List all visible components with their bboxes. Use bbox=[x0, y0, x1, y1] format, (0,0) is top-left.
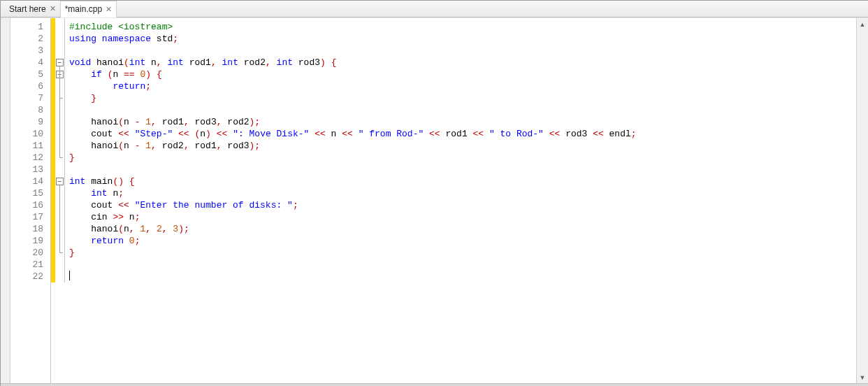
code-line[interactable]: #include <iostream> bbox=[69, 21, 868, 33]
fold-toggle-icon[interactable]: − bbox=[56, 178, 64, 185]
line-number: 10 bbox=[10, 128, 50, 140]
code-line[interactable]: using namespace std; bbox=[69, 33, 868, 45]
editor-left-margin bbox=[1, 18, 10, 383]
line-number: 15 bbox=[10, 187, 50, 199]
code-line[interactable] bbox=[69, 164, 868, 176]
line-number: 21 bbox=[10, 259, 50, 271]
code-editor[interactable]: #include <iostream>using namespace std;v… bbox=[65, 18, 868, 383]
text-cursor bbox=[69, 271, 70, 280]
tab-label: Start here bbox=[9, 4, 46, 14]
code-line[interactable]: return 0; bbox=[69, 235, 868, 247]
tab-label: *main.cpp bbox=[65, 4, 102, 14]
line-number: 12 bbox=[10, 152, 50, 164]
line-number: 11 bbox=[10, 140, 50, 152]
line-number: 5 bbox=[10, 69, 50, 80]
code-line[interactable] bbox=[69, 259, 868, 271]
code-line[interactable]: cout << "Step-" << (n) << ": Move Disk-"… bbox=[69, 128, 868, 140]
fold-toggle-icon[interactable]: − bbox=[56, 59, 64, 66]
line-number: 8 bbox=[10, 104, 50, 116]
code-line[interactable] bbox=[69, 104, 868, 116]
tab-start-here[interactable]: Start here ✕ bbox=[5, 1, 61, 17]
code-line[interactable]: cin >> n; bbox=[69, 211, 868, 223]
code-line[interactable]: return; bbox=[69, 80, 868, 92]
vertical-scrollbar[interactable]: ▲ ▼ bbox=[856, 18, 868, 383]
line-number: 9 bbox=[10, 116, 50, 128]
editor-area: 12345678910111213141516171819202122 −−− … bbox=[1, 17, 868, 383]
close-icon[interactable]: ✕ bbox=[106, 6, 112, 13]
code-line[interactable]: } bbox=[69, 92, 868, 104]
line-number: 14 bbox=[10, 176, 50, 187]
fold-column: −−− bbox=[55, 18, 65, 283]
code-line[interactable]: void hanoi(int n, int rod1, int rod2, in… bbox=[69, 57, 868, 69]
code-line[interactable]: int main() { bbox=[69, 176, 868, 187]
line-number: 3 bbox=[10, 45, 50, 57]
line-number: 18 bbox=[10, 223, 50, 235]
scroll-down-icon[interactable]: ▼ bbox=[857, 371, 868, 383]
code-line[interactable]: hanoi(n, 1, 2, 3); bbox=[69, 223, 868, 235]
line-number: 22 bbox=[10, 271, 50, 283]
line-number: 7 bbox=[10, 92, 50, 104]
line-number: 2 bbox=[10, 33, 50, 45]
ide-window: Start here ✕ *main.cpp ✕ 123456789101112… bbox=[0, 0, 868, 386]
line-number-column: 12345678910111213141516171819202122 bbox=[10, 18, 51, 383]
code-line[interactable]: cout << "Enter the number of disks: "; bbox=[69, 199, 868, 211]
line-number: 20 bbox=[10, 247, 50, 259]
code-line[interactable] bbox=[69, 45, 868, 57]
close-icon[interactable]: ✕ bbox=[50, 5, 56, 13]
window-bottom-frame bbox=[1, 383, 868, 386]
line-number: 13 bbox=[10, 164, 50, 176]
tab-bar: Start here ✕ *main.cpp ✕ bbox=[1, 1, 868, 17]
line-number: 16 bbox=[10, 199, 50, 211]
code-line[interactable]: if (n == 0) { bbox=[69, 69, 868, 80]
code-line[interactable]: hanoi(n - 1, rod1, rod3, rod2); bbox=[69, 116, 868, 128]
line-number: 19 bbox=[10, 235, 50, 247]
scroll-up-icon[interactable]: ▲ bbox=[857, 18, 868, 30]
gutter: 12345678910111213141516171819202122 −−− bbox=[10, 18, 65, 383]
line-number: 1 bbox=[10, 21, 50, 33]
code-line[interactable]: int n; bbox=[69, 187, 868, 199]
code-line[interactable]: } bbox=[69, 152, 868, 164]
tab-main-cpp[interactable]: *main.cpp ✕ bbox=[61, 1, 117, 17]
line-number: 6 bbox=[10, 80, 50, 92]
code-line[interactable] bbox=[69, 271, 868, 283]
code-line[interactable]: hanoi(n - 1, rod2, rod1, rod3); bbox=[69, 140, 868, 152]
code-line[interactable]: } bbox=[69, 247, 868, 259]
line-number: 4 bbox=[10, 57, 50, 69]
line-number: 17 bbox=[10, 211, 50, 223]
